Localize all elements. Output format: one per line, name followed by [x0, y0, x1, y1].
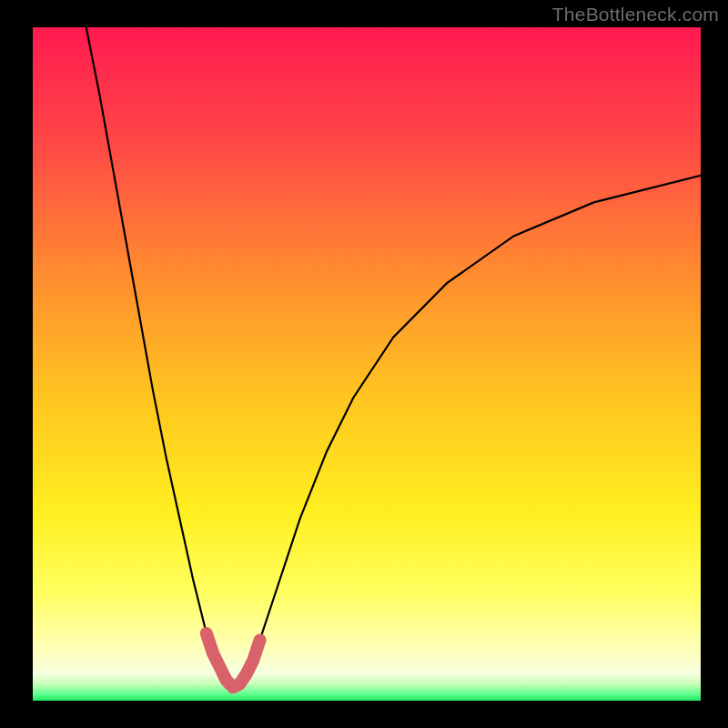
chart-svg — [33, 27, 701, 701]
gradient-background — [33, 27, 701, 701]
chart-frame: TheBottleneck.com — [0, 0, 728, 728]
watermark-text: TheBottleneck.com — [552, 4, 719, 25]
plot-area — [33, 27, 701, 701]
